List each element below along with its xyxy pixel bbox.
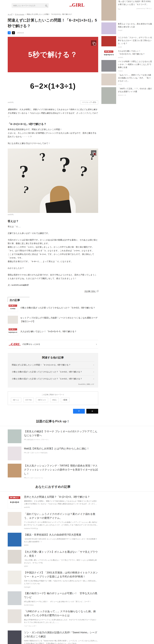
site-logo[interactable]: andGIRL — [70, 2, 85, 7]
related-article-row[interactable]: 小数と分数の混ざった計算ってどうやるんだっけ？「0.4×5/2」5秒で解ける？ … — [11, 375, 94, 382]
thinking-woman-photo: ? ? ? ? ? ? — [8, 148, 98, 213]
next-article-item[interactable]: 5秒で解ける？ 5×(5+5)÷5−5 大人はぜひ解いてほしい！「5×(5+5)… — [8, 326, 98, 338]
breadcrumb-home[interactable]: トップ — [8, 14, 12, 15]
facebook-share-button[interactable]: f — [73, 409, 85, 414]
article-thumbnail — [101, 36, 116, 46]
original-article-link[interactable]: 元記事で読む — [84, 290, 96, 292]
keywords-heading: この記事に関連するキーワード — [11, 394, 95, 396]
recommend-item[interactable]: 3秒で解ける？ 8÷(2+2)×3 意外と大人が間違える問題？「8÷(2+2)×… — [8, 495, 98, 509]
pickup-title[interactable]: 【大人気クッションファンデ・TIRTIR】理想の肌色を実現♡マスクフィットレッド… — [24, 464, 98, 476]
search-icon[interactable] — [45, 5, 47, 6]
sidebar-article-title[interactable]: 「390円って正気…！？」GUの太っ腹すぎるお洒落Tシャツ5選 — [118, 87, 152, 93]
hero-banner-text: 5秒で解ける？ — [28, 50, 78, 60]
recommend-item[interactable]: 【大人可愛い夏トップス】ボトムスを選ばない「サマ見えブラウス」発見！ 【大人可愛… — [8, 550, 98, 567]
sidebar-article-title[interactable]: 大人はぜひ解いてほしい！「5×(5+5)÷5−5」5秒で解ける？ — [118, 50, 152, 56]
article-thumbnail — [8, 533, 21, 546]
x-share-button[interactable]: ✕ — [86, 409, 98, 414]
recommend-title[interactable]: 「LINEのチェックがあって…」スマホを触らなくなった娘。娘を縛っていた小学生の… — [24, 609, 98, 617]
related-article-title[interactable]: 小数と分数の混ざった計算ってどうやるんだっけ？「0.4×5/2」5秒で解ける？ — [12, 370, 82, 373]
main-column: トップ>ファッション>間違えずに計算したいこの問題！「6−2×(1+3÷1)」5… — [8, 13, 98, 644]
sidebar-article[interactable]: バイクが転倒！大変なことになるかと思いきや…“一風変わった乗りこなし方”で無事に… — [101, 60, 152, 72]
related-article-title[interactable]: 小数と分数の混ざった計算ってどうやるんだっけ？「0.4×5/2」5秒で解ける？ — [12, 378, 82, 380]
recommend-title[interactable]: 【横浜・世界初巡回】大人の自由研究!?巨大恐竜展 — [24, 533, 98, 537]
recommend-title[interactable]: 「崩れてない」ふうメイクのポイントは？夏のメイク崩れを救う、エディターの愛用アイ… — [24, 512, 98, 520]
pickup-item[interactable]: 【大人気クッションファンデ・TIRTIR】理想の肌色を実現♡マスクフィットレッド… — [8, 464, 98, 479]
pickup-source: PR | 株式会社ヤマサキ（ラサーナ） — [24, 438, 98, 441]
breadcrumb-separator: > — [13, 14, 14, 15]
hero-image: 5秒で解ける？ 6−2×(1+3÷1) — [8, 37, 98, 100]
formula-text: 6−2×(1+3÷1) — [30, 82, 76, 90]
more-articles-banner[interactable]: andGIRL の記事をもっとみる › — [8, 340, 98, 348]
keyword-tag[interactable]: #大人 — [50, 398, 59, 402]
recommend-source: GLOW Online — [24, 604, 98, 606]
recommend-source: MORE — [24, 544, 98, 546]
pickup-title[interactable]: 【若見えの秘訣】ラサーナ プレミオールの3ステップケアでこんなにもツヤ髪へ — [24, 430, 98, 438]
recommend-heading: あなたにおすすめの記事 — [8, 485, 98, 489]
keywords-box: この記事に関連するキーワード #かっこ #スマホ #ポイント #大人 #最後 — [8, 392, 98, 405]
image-credit: andGIRL — [8, 214, 14, 216]
search-input[interactable] — [13, 5, 45, 6]
related-article-row[interactable]: 小数と分数の混ざった計算ってどうやるんだっけ？「0.4×5/2」5秒で解ける？ … — [11, 368, 94, 375]
recommend-title[interactable]: 意外と大人が間違える問題？「8÷(2+2)×3」3秒で解ける？ — [24, 495, 98, 499]
recommend-source: ベビーカレンダー — [24, 625, 98, 627]
external-link-icon — [97, 290, 98, 292]
gallery-icon[interactable] — [91, 40, 96, 46]
recommend-item[interactable]: 【中国語クイズ】「2001太空漫游」は何の映画タイトル？スタンリー・キューブリッ… — [8, 570, 98, 588]
sidebar-article-title[interactable]: 教育上よくないかも…孫を差別をする義両親と縁を切った話 — [118, 22, 152, 28]
recommend-item[interactable]: 「LINEのチェックがあって…」スマホを触らなくなった娘。娘を縛っていた小学生の… — [8, 609, 98, 627]
hero-formula: 6−2×(1+3÷1) — [8, 72, 98, 100]
recommend-title[interactable]: 【夏の毎日コーデ】袖のボリュームが可愛い！ 甘辛な大人の黒ワンピ — [24, 591, 98, 599]
sidebar-article[interactable]: “色っぽくて好き”と大好評♡男子大学生が着て欲しいと思う「モテコーデ」 Ray … — [101, 0, 152, 20]
recommend-item[interactable]: 【夏の毎日コーデ】袖のボリュームが可愛い！ 甘辛な大人の黒ワンピ 8月は夏の毎日… — [8, 591, 98, 606]
answer-heading: 答えは？ — [8, 219, 98, 223]
related-article-row[interactable]: 間違えずに計算したいこの問題！「6−2×(1+3÷1)」5秒で解ける？ › — [11, 362, 94, 368]
thumb-pill-label: 5秒で解ける？ — [9, 304, 17, 307]
back-to-top-button[interactable]: ページトップへ戻る — [80, 100, 98, 104]
sidebar-article[interactable]: 「ねえパパ…」潤滑スプレーを見た6歳児の指摘に4.7万いいね「天才」「気づかなか… — [101, 74, 152, 86]
recommend-item[interactable]: ソン・ガンの迫力の演技が話題の人気作!『Sweet Home』シーズン3の見どこ… — [8, 630, 98, 644]
recommend-item[interactable]: 【横浜・世界初巡回】大人の自由研究!?巨大恐竜展 【2024年7月13日〜9月1… — [8, 533, 98, 546]
breadcrumb-category[interactable]: ファッション — [15, 14, 24, 15]
recommend-desc: 娘は小学校4年生からスマートフォンを持ち始めましたが、やがてクラスのLINEグル… — [24, 618, 98, 624]
recommend-item[interactable]: 「崩れてない」ふうメイクのポイントは？夏のメイク崩れを救う、エディターの愛用アイ… — [8, 512, 98, 529]
share-buttons: f ✕ — [8, 409, 98, 414]
keyword-tag[interactable]: #ポイント — [36, 398, 48, 402]
keyword-tag[interactable]: #最後 — [61, 398, 70, 402]
next-article-title[interactable]: 大人はぜひ解いてほしい！「5×(5+5)÷5−5」5秒で解ける？ — [20, 330, 77, 333]
sidebar-article[interactable]: 5秒で解ける？ 5×(5+5)÷5−5 大人はぜひ解いてほしい！「5×(5+5)… — [101, 50, 152, 58]
sidebar-article-title[interactable]: “色っぽくて好き”と大好評♡男子大学生が着て欲しいと思う「モテコーデ」 — [118, 0, 152, 6]
next-article-item[interactable]: 5秒で解ける？ 0.4×5/2 小数と分数の混ざった計算ってどうやるんだっけ？「… — [8, 302, 98, 314]
pickup-item[interactable]: 【若見えの秘訣】ラサーナ プレミオールの3ステップケアでこんなにもツヤ髪へ PR… — [8, 430, 98, 443]
related-article-title[interactable]: 間違えずに計算したいこの問題！「6−2×(1+3÷1)」5秒で解ける？ — [12, 364, 71, 366]
sidebar-article-title[interactable]: ユニクロの「スカート」がマジでいい仕事するんだわ〜♡正直コレ見て買わない人…いる… — [118, 36, 152, 45]
more-banner-text: の記事をもっとみる — [22, 343, 40, 346]
keyword-tag[interactable]: #スマホ — [23, 398, 34, 402]
article-thumbnail — [8, 591, 21, 605]
facebook-share-icon[interactable]: f — [8, 31, 11, 34]
thumb-formula: 0.4×5/2 — [10, 308, 15, 310]
powered-by-trill: powered by TRILL — [137, 8, 152, 9]
sidebar-article[interactable]: ユニクロの「スカート」がマジでいい仕事するんだわ〜♡正直コレ見て買わない人…いる… — [101, 36, 152, 48]
x-share-icon[interactable]: ✕ — [12, 31, 15, 34]
sidebar-article[interactable]: 教育上よくないかも…孫を差別をする義両親と縁を切った話 Googirl — [101, 22, 152, 34]
recommend-title[interactable]: 【大人可愛い夏トップス】ボトムスを選ばない「サマ見えブラウス」発見！ — [24, 550, 98, 558]
article-thumbnail — [8, 430, 21, 443]
recommend-desc: 【2024年7月13日〜9月13日】ロンドンから世界初巡回!?デートや親子にピッ… — [24, 538, 98, 543]
answer-explanation: 今回のポイントは計算の順序です。かっこがある計算の順番は()の中を最初に、そのあ… — [8, 238, 98, 263]
recommend-title[interactable]: ソン・ガンの迫力の演技が話題の人気作!『Sweet Home』シーズン3の見どこ… — [24, 630, 98, 638]
sidebar-article-title[interactable]: バイクが転倒！大変なことになるかと思いきや…“一風変わった乗りこなし方”で無事に… — [118, 60, 152, 69]
pickup-item[interactable]: Matt流【本気のしみ対策】とは!?内と外からしみに挑む！ PR | 第一三共ヘ… — [8, 446, 98, 460]
sidebar-article-title[interactable]: 「ねえパパ…」潤滑スプレーを見た6歳児の指摘に4.7万いいね「天才」「気づかなか… — [118, 74, 152, 82]
sidebar-article[interactable]: 「390円って正気…！？」GUの太っ腹すぎるお洒落Tシャツ5選 beautyまと… — [101, 87, 152, 104]
next-article-title[interactable]: セットアップが涼しげで着回し力抜群♡ノースリポロとつくるこなれ通勤コーデ【毎日コ… — [20, 316, 98, 323]
question-mark-doodle: ? — [19, 163, 28, 181]
next-article-title[interactable]: 小数と分数の混ざった計算ってどうやるんだっけ？「0.4×5/2」5秒で解ける？ — [20, 306, 95, 310]
breadcrumb-separator: > — [25, 14, 26, 15]
search-box[interactable] — [11, 3, 49, 8]
gallery-icon[interactable] — [91, 150, 96, 156]
recommend-title[interactable]: 【中国語クイズ】「2001太空漫游」は何の映画タイトル？スタンリー・キューブリッ… — [24, 570, 98, 578]
keyword-tag[interactable]: #かっこ — [11, 398, 21, 402]
pickup-title[interactable]: Matt流【本気のしみ対策】とは!?内と外からしみに挑む！ — [24, 446, 89, 450]
keyword-tags: #かっこ #スマホ #ポイント #大人 #最後 — [11, 396, 95, 402]
next-article-item[interactable]: セットアップが涼しげで着回し力抜群♡ノースリポロとつくるこなれ通勤コーデ【毎日コ… — [8, 314, 98, 326]
